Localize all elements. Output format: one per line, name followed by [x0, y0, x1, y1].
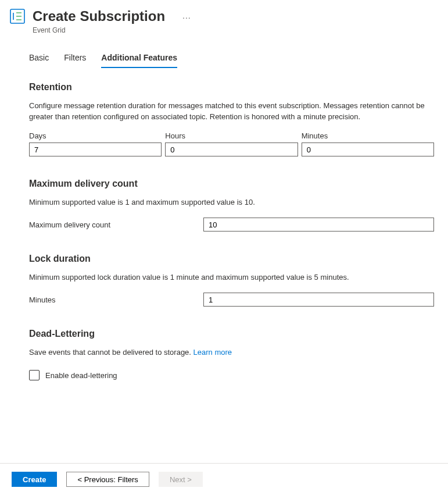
more-icon[interactable]: ···: [182, 13, 191, 22]
max-delivery-title: Maximum delivery count: [29, 179, 434, 189]
max-delivery-label: Maximum delivery count: [29, 220, 203, 229]
hours-label: Hours: [165, 131, 298, 140]
dead-lettering-title: Dead-Lettering: [29, 329, 434, 339]
max-delivery-description: Minimum supported value is 1 and maximum…: [29, 197, 434, 208]
page-subtitle: Event Grid: [33, 26, 165, 34]
retention-description: Configure message retention duration for…: [29, 101, 434, 123]
learn-more-link[interactable]: Learn more: [193, 348, 232, 357]
next-button: Next >: [159, 472, 203, 487]
minutes-input[interactable]: [302, 143, 434, 156]
tab-basic[interactable]: Basic: [29, 53, 49, 68]
page-title: Create Subscription: [33, 8, 165, 25]
minutes-label: Minutes: [302, 131, 434, 140]
tab-additional-features[interactable]: Additional Features: [101, 53, 177, 68]
days-input[interactable]: [29, 143, 162, 156]
days-label: Days: [29, 131, 162, 140]
lock-duration-title: Lock duration: [29, 254, 434, 264]
subscription-icon: [9, 8, 26, 24]
retention-title: Retention: [29, 82, 434, 92]
enable-dead-lettering-label: Enable dead-lettering: [45, 371, 117, 380]
enable-dead-lettering-checkbox[interactable]: [29, 370, 40, 380]
lock-duration-label: Minutes: [29, 295, 203, 304]
max-delivery-input[interactable]: [203, 218, 434, 232]
lock-duration-description: Minimum supported lock duration value is…: [29, 272, 434, 283]
hours-input[interactable]: [165, 143, 298, 156]
tab-filters[interactable]: Filters: [64, 53, 86, 68]
dead-lettering-text: Save events that cannot be delivered to …: [29, 348, 193, 357]
lock-duration-input[interactable]: [203, 293, 434, 307]
create-button[interactable]: Create: [12, 472, 57, 487]
dead-lettering-description: Save events that cannot be delivered to …: [29, 347, 434, 358]
previous-button[interactable]: < Previous: Filters: [66, 472, 149, 487]
